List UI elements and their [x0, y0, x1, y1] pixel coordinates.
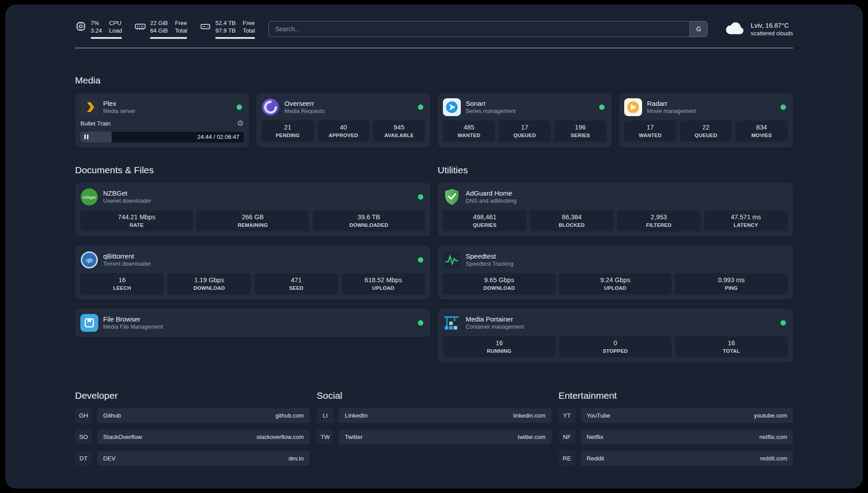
bookmark-url: dev.to	[288, 455, 304, 462]
stat-value: 9.65 Gbps	[445, 276, 554, 284]
radarr-card[interactable]: Radarr Movie management 17 WANTED 22 QUE…	[619, 93, 793, 148]
section-title-media: Media	[75, 75, 793, 86]
stat-value: 196	[556, 124, 605, 131]
status-dot	[418, 257, 423, 263]
stat-tile: 16 LEECH	[80, 273, 164, 294]
adguard-icon	[443, 188, 461, 206]
bookmark-youtube[interactable]: YT YouTube youtube.com	[559, 408, 793, 423]
bookmark-netflix[interactable]: NF Netflix netflix.com	[559, 430, 793, 444]
stat-tile: 471 SEED	[255, 273, 338, 294]
stat-value: 17	[626, 124, 675, 131]
portainer-icon	[443, 314, 461, 332]
stat-label: SEED	[256, 285, 336, 291]
speedtest-card[interactable]: Speedtest Speedtest Tracking 9.65 Gbps D…	[438, 246, 793, 300]
now-playing-title: Bullet Train	[80, 120, 111, 127]
pause-icon[interactable]	[84, 134, 88, 139]
filebrowser-card[interactable]: File Browser Media File Management	[75, 309, 430, 337]
search-engine-button[interactable]: G	[689, 21, 707, 37]
stat-tile: 17 QUEUED	[499, 121, 551, 142]
stat-tile: 618.52 Mbps UPLOAD	[342, 273, 425, 294]
bookmark-abbr: RE	[559, 451, 576, 466]
app-name: qBittorrent	[103, 252, 151, 260]
cpu-label: CPU	[109, 20, 122, 27]
plex-card[interactable]: Plex Media server Bullet Train ⚙ 24:44 /…	[75, 93, 249, 148]
cpu-usage-value: 7%	[91, 20, 102, 27]
filebrowser-icon	[80, 314, 98, 332]
nzbget-card[interactable]: nzbget NZBGet Usenet downloader 744.21 M…	[75, 183, 430, 237]
playback-progress-bar[interactable]: 24:44 / 02:06:47	[80, 132, 244, 142]
playback-time: 24:44 / 02:06:47	[197, 134, 239, 140]
app-subtitle: Media server	[103, 108, 135, 114]
weather-condition: scattered clouds	[751, 30, 793, 37]
stat-label: QUERIES	[445, 222, 525, 228]
stat-label: QUEUED	[501, 133, 549, 138]
bookmark-abbr: TW	[317, 430, 334, 444]
app-subtitle: Media Requests	[284, 108, 325, 114]
app-name: Plex	[103, 100, 135, 107]
stat-value: 22	[682, 124, 730, 131]
bookmark-url: stackoverflow.com	[256, 434, 304, 440]
stat-tile: 21 PENDING	[262, 121, 314, 142]
app-subtitle: Series management	[466, 108, 516, 114]
section-title-developer: Developer	[75, 390, 309, 401]
stat-value: 471	[256, 276, 336, 284]
stat-tile: 39.6 TB DOWNLOADED	[313, 210, 425, 231]
stat-value: 498,461	[445, 213, 525, 221]
bookmark-github[interactable]: GH Github github.com	[75, 408, 309, 423]
stat-label: AVAILABLE	[375, 133, 423, 138]
ram-free-label: Free	[175, 20, 187, 27]
app-name: Speedtest	[466, 252, 513, 260]
stat-tile: 17 WANTED	[624, 121, 676, 142]
bookmark-twitter[interactable]: TW Twitter twitter.com	[317, 430, 551, 444]
stat-label: LATENCY	[706, 222, 786, 228]
stat-tile: 16 TOTAL	[675, 336, 788, 357]
bookmark-abbr: YT	[559, 408, 576, 423]
bookmark-name: DEV	[103, 455, 116, 462]
stat-tile: 0.993 ms PING	[675, 273, 788, 294]
speedtest-icon	[443, 251, 461, 269]
stat-value: 945	[375, 124, 423, 131]
ram-total-label: Total	[175, 27, 187, 35]
stat-value: 16	[677, 339, 786, 347]
status-dot	[780, 104, 786, 110]
overseerr-card[interactable]: Overseerr Media Requests 21 PENDING 40 A…	[256, 93, 430, 148]
qbittorrent-card[interactable]: qb qBittorrent Torrent downloader 16 LEE…	[75, 246, 430, 300]
bookmark-url: youtube.com	[754, 412, 787, 419]
stat-tile: 266 GB REMAINING	[196, 210, 309, 231]
stat-value: 485	[445, 124, 493, 131]
search-input[interactable]	[268, 21, 708, 37]
stat-value: 16	[445, 339, 554, 347]
stat-label: PENDING	[263, 133, 312, 138]
bookmark-linkedin[interactable]: LI LinkedIn linkedin.com	[317, 408, 551, 423]
sonarr-card[interactable]: Sonarr Series management 485 WANTED 17 Q…	[438, 93, 612, 148]
app-name: Overseerr	[284, 100, 325, 107]
cpu-load-value: 3.24	[91, 27, 102, 35]
stat-label: APPROVED	[319, 133, 368, 138]
stat-label: BLOCKED	[532, 222, 612, 228]
stat-label: SERIES	[556, 133, 605, 138]
gear-icon[interactable]: ⚙	[237, 120, 244, 127]
disk-free-label: Free	[243, 20, 255, 27]
bookmark-url: reddit.com	[760, 455, 787, 462]
portainer-card[interactable]: Media Portainer Container management 16 …	[438, 309, 793, 363]
bookmark-reddit[interactable]: RE Reddit reddit.com	[559, 451, 793, 466]
stat-value: 39.6 TB	[314, 213, 423, 221]
stat-label: RUNNING	[445, 348, 554, 354]
bookmark-name: Twitter	[345, 434, 363, 440]
stat-label: DOWNLOAD	[445, 285, 554, 291]
search-bar: G	[268, 21, 708, 37]
adguard-card[interactable]: AdGuard Home DNS and adblocking 498,461 …	[438, 183, 793, 237]
bookmark-dev[interactable]: DT DEV dev.to	[75, 451, 309, 466]
bookmark-stackoverflow[interactable]: SO StackOverflow stackoverflow.com	[75, 430, 309, 444]
screen-frame: 7% 3.24 CPU Load	[0, 0, 868, 493]
ram-meter-bar	[150, 37, 187, 39]
stat-tile: 744.21 Mbps RATE	[80, 210, 193, 231]
stat-label: MOVIES	[737, 133, 786, 138]
app-subtitle: Torrent downloader	[103, 261, 151, 267]
weather-widget[interactable]: Lviv, 16.87°C scattered clouds	[725, 21, 793, 37]
system-metrics: 7% 3.24 CPU Load	[75, 20, 255, 39]
stat-value: 16	[82, 276, 162, 284]
stat-label: PING	[677, 285, 786, 291]
stat-value: 17	[501, 124, 549, 131]
app-name: AdGuard Home	[466, 189, 517, 197]
